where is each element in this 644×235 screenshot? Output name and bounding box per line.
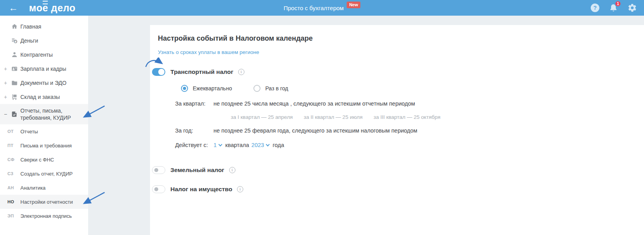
notifications-button[interactable]: 1 (609, 3, 618, 13)
page-title: Настройка событий в Налоговом календаре (158, 34, 628, 43)
transport-tax-toggle[interactable] (152, 68, 165, 76)
quarter-word: квартала (225, 141, 249, 149)
badge-card-icon (11, 65, 18, 72)
info-icon[interactable]: i (237, 186, 243, 192)
subitem-abbr: ОТ (7, 129, 18, 134)
quarter-dates-row: за I квартал — 25 апреля за II квартал —… (231, 114, 628, 120)
sidebar-subitem-letters[interactable]: ПТ Письма и требования (0, 138, 88, 152)
sidebar-subitem-esignature[interactable]: ЭП Электронная подпись (0, 209, 88, 223)
chevron-down-icon[interactable] (219, 142, 223, 146)
land-tax-title: Земельный налог (170, 167, 224, 174)
subitem-abbr: НО (7, 199, 18, 204)
radio-quarterly[interactable] (181, 85, 188, 92)
subitem-label: Аналитика (20, 185, 45, 191)
quarter-3-date: за III квартал — 25 октября (373, 114, 440, 120)
sidebar-item-reports[interactable]: − Отчеты, письма, требования, КУДИР (0, 104, 88, 124)
sidebar-item-label: Зарплата и кадры (20, 66, 66, 72)
region-deadlines-link[interactable]: Узнать о сроках уплаты в вашем регионе (158, 49, 259, 55)
folder-icon (11, 79, 18, 86)
sidebar-item-documents[interactable]: + Документы и ЭДО (0, 76, 88, 90)
topbar-actions: ? 1 (591, 0, 637, 16)
sidebar-item-main[interactable]: Главная (0, 20, 88, 34)
transport-tax-block: Транспортный налог i Ежеквартально Раз в… (158, 68, 628, 149)
promo-banner[interactable]: Просто с бухгалтером New (284, 0, 360, 16)
subitem-label: Письма и требования (20, 143, 72, 149)
sidebar-item-label: Документы и ЭДО (20, 80, 67, 86)
subitem-abbr: СФ (7, 157, 18, 162)
person-icon (11, 51, 18, 58)
year-select-value[interactable]: 2023 (251, 141, 264, 149)
expand-plus-icon[interactable]: + (3, 94, 8, 100)
valid-from-row: Действует с: 1квартала2023года (175, 141, 628, 149)
sidebar: Главная ₽ Деньги Контрагенты + (0, 16, 88, 235)
property-tax-toggle[interactable] (152, 185, 165, 193)
report-check-icon (11, 111, 18, 118)
subitem-label: Создать отчет, КУДИР (20, 171, 72, 177)
quarter-value: не позднее 25 числа месяца , следующего … (213, 100, 628, 108)
sidebar-item-label: Отчеты, письма, требования, КУДИР (20, 107, 80, 121)
year-word: года (273, 141, 284, 149)
period-radio-group: Ежеквартально Раз в год (181, 85, 628, 92)
sidebar-subitem-reports[interactable]: ОТ Отчеты (0, 124, 88, 138)
app-logo[interactable]: мое дело (29, 0, 76, 15)
sidebar-subitem-fns-checks[interactable]: СФ Сверки с ФНС (0, 152, 88, 167)
content-panel: Настройка событий в Налоговом календаре … (150, 25, 644, 235)
sidebar-item-contractors[interactable]: Контрагенты (0, 48, 88, 62)
quarter-select-value[interactable]: 1 (213, 141, 217, 149)
logo-accent-letter: е (42, 0, 48, 15)
help-icon[interactable]: ? (591, 4, 599, 12)
home-icon (11, 23, 18, 30)
sidebar-item-salary[interactable]: + Зарплата и кадры (0, 62, 88, 76)
subitem-abbr: АН (7, 185, 18, 190)
collapse-minus-icon[interactable]: − (3, 111, 8, 118)
quarter-2-date: за II квартал — 25 июля (304, 114, 362, 120)
quarter-deadline-row: За квартал: не позднее 25 числа месяца ,… (175, 100, 628, 108)
quarter-1-date: за I квартал — 25 апреля (231, 114, 293, 120)
sidebar-item-warehouse[interactable]: + Склад и заказы (0, 90, 88, 104)
subitem-label: Сверки с ФНС (20, 157, 54, 163)
svg-text:₽: ₽ (14, 40, 16, 43)
back-arrow-icon[interactable]: ← (9, 0, 18, 16)
info-icon[interactable]: i (229, 167, 235, 173)
land-tax-toggle[interactable] (152, 166, 165, 174)
bell-icon (609, 7, 618, 14)
settings-gear-icon[interactable] (628, 3, 637, 13)
info-icon[interactable]: i (238, 69, 244, 75)
radio-quarterly-label[interactable]: Ежеквартально (193, 85, 232, 91)
new-badge: New (347, 2, 360, 8)
radio-yearly-label[interactable]: Раз в год (265, 85, 288, 91)
expand-plus-icon[interactable]: + (3, 66, 8, 72)
sidebar-subitem-analytics[interactable]: АН Аналитика (0, 181, 88, 195)
topbar: ← мое дело Просто с бухгалтером New ? 1 (0, 0, 644, 16)
sidebar-item-label: Контрагенты (20, 52, 52, 58)
sidebar-item-money[interactable]: ₽ Деньги (0, 34, 88, 48)
year-label: За год: (175, 127, 213, 135)
subitem-label: Электронная подпись (20, 213, 72, 219)
year-value: не позднее 25 февраля года, следующего з… (213, 127, 628, 135)
sidebar-item-label: Главная (20, 23, 41, 30)
year-deadline-row: За год: не позднее 25 февраля года, след… (175, 127, 628, 135)
subitem-label: Отчеты (20, 129, 38, 135)
valid-from-label: Действует с: (175, 141, 213, 149)
logo-text-pre: мо (29, 2, 42, 13)
money-icon: ₽ (11, 37, 18, 44)
subitem-abbr: СЗ (7, 171, 18, 176)
deadline-details: За квартал: не позднее 25 числа месяца ,… (175, 100, 628, 149)
subitem-abbr: ПТ (7, 143, 18, 148)
promo-text: Просто с бухгалтером (284, 5, 344, 11)
subitem-label: Настройки отчетности (20, 199, 73, 205)
sidebar-subitem-report-settings[interactable]: НО Настройки отчетности (0, 195, 88, 209)
cart-icon (11, 93, 18, 100)
sidebar-item-label: Склад и заказы (20, 94, 60, 100)
notification-count-badge: 1 (615, 0, 621, 7)
property-tax-title: Налог на имущество (170, 186, 232, 193)
land-tax-block: Земельный налог i (158, 166, 628, 174)
expand-plus-icon[interactable]: + (3, 80, 8, 86)
radio-yearly[interactable] (253, 85, 260, 92)
sidebar-item-label: Деньги (20, 38, 38, 44)
chevron-down-icon[interactable] (266, 142, 270, 146)
logo-text-post: дело (48, 2, 76, 13)
property-tax-block: Налог на имущество i (158, 185, 628, 193)
quarter-label: За квартал: (175, 100, 213, 108)
sidebar-subitem-create-report[interactable]: СЗ Создать отчет, КУДИР (0, 167, 88, 181)
